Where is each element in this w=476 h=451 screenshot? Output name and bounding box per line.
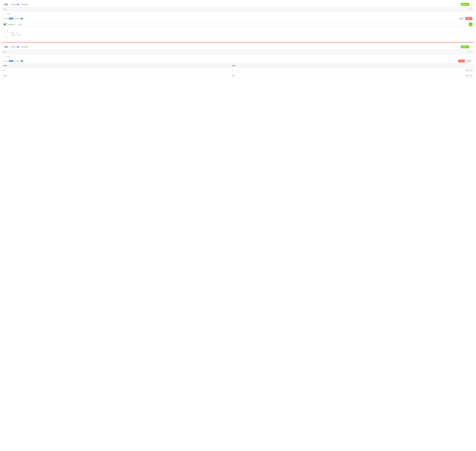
panel-2: Data Headers 1 Metadata Share ↗ × KEY ⧉ … xyxy=(2,44,474,78)
key-label-1: KEY xyxy=(4,9,6,10)
value-name: Bob xyxy=(230,73,464,78)
action-icons-id: ▼ ↗ xyxy=(466,69,473,72)
json-line-2: 2 "id": "2", xyxy=(4,31,472,34)
schema-label-1: SCHEMA xyxy=(14,18,20,19)
copy-icon-2[interactable]: ⧉ xyxy=(468,50,470,53)
value-id: 2 xyxy=(230,68,464,73)
table-row: id 2 ▼ ↗ xyxy=(2,68,474,73)
json-linenum-1: 1 xyxy=(4,29,5,31)
schema-chevron-1[interactable]: ▾ xyxy=(24,18,24,19)
filter-out-btn-id[interactable]: ↗ xyxy=(470,69,473,72)
share-button-1[interactable]: Share ↗ xyxy=(461,3,470,6)
line-num-2: 1 xyxy=(4,56,5,57)
jq-input-1[interactable] xyxy=(16,23,467,26)
value-label-1: VALUE xyxy=(4,18,8,19)
toggle-track-1 xyxy=(4,23,7,25)
value-header-1: VALUE AVRO SCHEMA 2 ▾ Table JSON xyxy=(2,16,474,21)
tab-data-1[interactable]: Data xyxy=(3,3,9,6)
key-section-header-2: KEY ⧉ ▽ xyxy=(2,50,474,54)
line-num-1: 1 xyxy=(4,13,5,15)
key-label-2: KEY xyxy=(4,51,6,52)
filter-down-btn-id[interactable]: ▼ xyxy=(466,69,469,72)
value-header-right-2: Table JSON xyxy=(458,60,472,63)
tab-data-2[interactable]: Data xyxy=(3,45,9,48)
close-button-1[interactable]: × xyxy=(470,3,473,6)
filter-icon-2[interactable]: ▽ xyxy=(471,50,472,53)
json-view-btn-1[interactable]: JSON xyxy=(465,17,472,20)
tab-bar-2: Data Headers 1 Metadata Share ↗ × xyxy=(2,44,474,50)
key-row-1: 1 null xyxy=(2,12,474,16)
action-cell-id: ▼ ↗ xyxy=(464,68,474,73)
field-id: id xyxy=(2,68,230,73)
tab-metadata-1[interactable]: Metadata xyxy=(21,3,29,6)
key-section-header-1: KEY ⧉ ▽ xyxy=(2,7,474,12)
avro-badge-2: AVRO xyxy=(9,60,13,62)
json-view-btn-2[interactable]: JSON xyxy=(465,60,472,63)
json-linenum-3: 3 xyxy=(4,34,5,36)
table-view-btn-2[interactable]: Table xyxy=(458,60,465,63)
key-row-2: 1 null xyxy=(2,54,474,58)
filter-out-btn-name[interactable]: ↗ xyxy=(470,74,473,77)
action-cell-name: ▼ ↗ xyxy=(464,73,474,78)
value-label-2: VALUE xyxy=(4,60,8,62)
copy-icon-1[interactable]: ⧉ xyxy=(468,8,470,11)
table-header-row: Field Value xyxy=(2,64,474,68)
json-key-name-1: "name" xyxy=(10,34,15,36)
jq-toggle-label-1: Enable JQ xyxy=(8,24,15,25)
schema-chevron-2[interactable]: ▾ xyxy=(24,60,24,62)
json-val-name-1: "Bob" xyxy=(17,34,21,36)
json-val-id-1: "2" xyxy=(15,32,18,33)
red-divider xyxy=(2,42,474,43)
tab-headers-1[interactable]: Headers 1 xyxy=(9,3,20,6)
json-line-1: 1 { xyxy=(4,29,472,31)
json-linenum-4: 4 xyxy=(4,36,5,38)
jq-toggle-1[interactable]: Enable JQ xyxy=(4,23,15,25)
table-view-btn-1[interactable]: Table xyxy=(458,17,465,20)
share-button-2[interactable]: Share ↗ xyxy=(461,45,470,48)
table-row: name Bob ▼ ↗ xyxy=(2,73,474,78)
col-value: Value xyxy=(230,64,464,68)
json-line-3: 3 "name": "Bob" xyxy=(4,34,472,36)
headers-badge-1: 1 xyxy=(17,4,19,5)
col-actions xyxy=(464,64,474,68)
avro-badge-1: AVRO xyxy=(9,18,13,19)
jq-submit-btn-1[interactable]: ✓ xyxy=(469,23,472,26)
json-linenum-2: 2 xyxy=(4,31,5,34)
json-display-1: 1 { 2 "id": "2", 3 "name": "Bob" 4 } xyxy=(2,28,474,40)
filter-down-btn-name[interactable]: ▼ xyxy=(466,74,469,77)
tab-bar-right-1: Share ↗ × xyxy=(461,3,473,6)
value-header-2: VALUE AVRO SCHEMA 2 ▾ Table JSON xyxy=(2,58,474,64)
data-table-2: Field Value id 2 ▼ ↗ na xyxy=(2,64,474,78)
col-field: Field xyxy=(2,64,230,68)
tab-headers-2[interactable]: Headers 1 xyxy=(9,45,20,48)
toggle-thumb-1 xyxy=(6,24,7,25)
schema-label-2: SCHEMA xyxy=(14,60,20,62)
value-header-right-1: Table JSON xyxy=(458,17,472,20)
key-icons-2: ⧉ ▽ xyxy=(468,50,472,53)
table-container-2: Field Value id 2 ▼ ↗ na xyxy=(2,64,474,78)
field-name: name xyxy=(2,73,230,78)
filter-icon-1[interactable]: ▽ xyxy=(471,8,472,11)
headers-badge-2: 1 xyxy=(17,46,19,48)
json-key-id-1: "id" xyxy=(10,32,14,33)
json-brace-open-1: { xyxy=(7,29,8,31)
tab-bar-right-2: Share ↗ × xyxy=(461,45,473,48)
panel-1: Data Headers 1 Metadata Share ↗ × KEY ⧉ … xyxy=(2,2,474,40)
json-line-4: 4 } xyxy=(4,36,472,39)
schema-count-badge-1: 2 xyxy=(21,18,23,19)
key-icons-1: ⧉ ▽ xyxy=(468,8,472,11)
jq-row-1: Enable JQ ✓ xyxy=(2,21,474,28)
close-button-2[interactable]: × xyxy=(470,45,473,48)
key-null-value-1: null xyxy=(7,13,10,15)
key-null-value-2: null xyxy=(7,56,10,57)
schema-count-badge-2: 2 xyxy=(21,60,23,62)
tab-bar-1: Data Headers 1 Metadata Share ↗ × xyxy=(2,2,474,7)
json-brace-close-1: } xyxy=(7,36,8,39)
action-icons-name: ▼ ↗ xyxy=(466,74,473,77)
tab-metadata-2[interactable]: Metadata xyxy=(21,45,29,48)
